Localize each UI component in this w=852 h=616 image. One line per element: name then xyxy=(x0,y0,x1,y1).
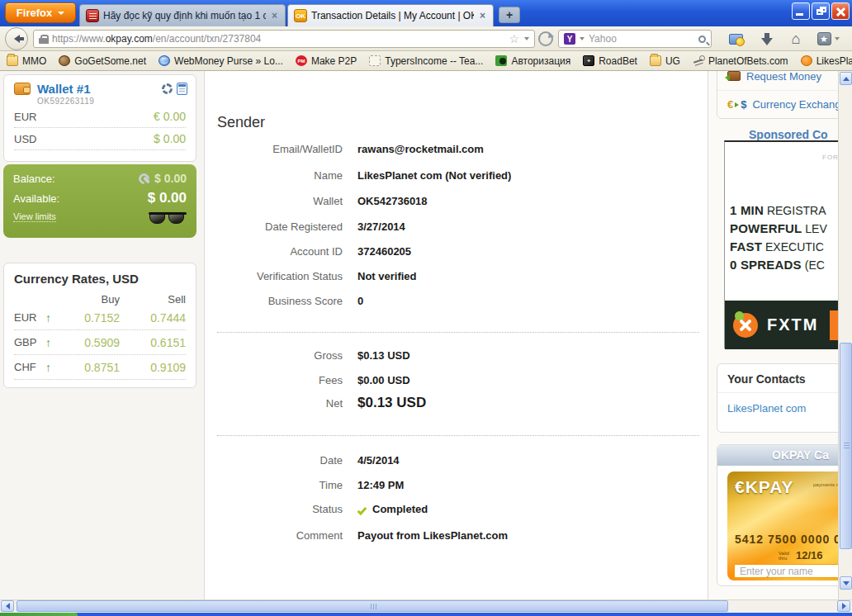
bookmark-likesplanet[interactable]: LikesPlanet.com | Clai... xyxy=(801,55,852,67)
titlebar: Firefox Hãy đọc kỹ quy định khi muốn tạo… xyxy=(0,0,852,26)
tab-forum-thread[interactable]: Hãy đọc kỹ quy định khi muốn tạo 1 chù .… xyxy=(79,4,286,26)
folder-icon xyxy=(650,55,661,66)
bookmark-gogetsome[interactable]: GoGetSome.net xyxy=(59,55,146,67)
gear-icon[interactable] xyxy=(162,83,173,94)
sender-wallet-row: Wallet OK542736018 xyxy=(217,192,699,209)
scroll-left-button[interactable] xyxy=(1,600,14,612)
coin-icon xyxy=(59,55,70,66)
bookmark-star-icon[interactable]: ☆ xyxy=(509,32,519,45)
close-button[interactable] xyxy=(831,2,850,20)
up-arrow-icon: ↑ xyxy=(45,311,64,325)
chevron-down-icon xyxy=(58,12,64,15)
tab-title: Transaction Details | My Account | OKPAY xyxy=(311,10,474,21)
balance-panel: Balance: $ 0.00 Available: $ 0.00 View l… xyxy=(3,164,196,238)
tab-transaction-details[interactable]: OK Transaction Details | My Account | OK… xyxy=(287,4,494,26)
restore-button[interactable] xyxy=(812,2,830,20)
ad-text-lines: 1 MIN REGISTRA POWERFUL LEV FAST EXECUTI… xyxy=(730,201,827,274)
status-badge: Completed xyxy=(372,503,428,515)
tab-close-icon[interactable]: × xyxy=(478,10,487,21)
currency-amount: $ 0.00 xyxy=(154,132,186,145)
chevron-down-icon xyxy=(835,37,840,40)
scroll-down-button[interactable] xyxy=(840,576,852,590)
view-limits-link[interactable]: View limits xyxy=(13,211,56,222)
person-icon xyxy=(693,55,704,66)
home-icon[interactable]: ⌂ xyxy=(786,30,806,48)
sender-date-registered-row: Date Registered 3/27/2014 xyxy=(217,218,699,235)
fxtm-brand-text: FXTM xyxy=(767,315,818,334)
check-icon xyxy=(357,505,367,514)
comment-row: Comment Payout from LikesPlanet.com xyxy=(217,527,699,543)
currency-rates-panel: Currency Rates, USD Buy Sell EUR ↑ 0.715… xyxy=(3,263,196,388)
calculator-icon[interactable] xyxy=(177,83,187,95)
up-arrow-icon: ↑ xyxy=(45,361,64,374)
new-tab-button[interactable]: + xyxy=(499,7,520,23)
scroll-up-button[interactable] xyxy=(840,72,852,85)
card-valid-thru: Valid thru 12/16 xyxy=(779,549,823,562)
currency-code: USD xyxy=(14,133,36,145)
chevron-down-icon[interactable] xyxy=(580,37,585,40)
wallet-account-number: OK592263119 xyxy=(37,97,196,106)
sponsored-heading: Sponsored Co xyxy=(749,128,838,141)
scroll-right-button[interactable] xyxy=(837,600,850,612)
firefox-menu-button[interactable]: Firefox xyxy=(5,2,76,23)
okpay-card-image: €KPAY payments made easy 5412 7500 0000 … xyxy=(727,471,852,580)
wrench-icon[interactable] xyxy=(138,173,150,185)
bookmarks-toolbar: MMO GoGetSome.net WebMoney Purse » Lo...… xyxy=(0,51,852,71)
search-engine-label: Yahoo xyxy=(589,33,694,45)
minimize-button[interactable] xyxy=(792,2,810,20)
request-money-icon xyxy=(727,71,741,81)
okpay-favicon-icon: OK xyxy=(294,9,307,22)
sender-business-score-row: Business Score 0 xyxy=(217,292,699,309)
url-bar[interactable]: https://www.okpay.com/en/account/txn/273… xyxy=(33,30,535,48)
contacts-title: Your Contacts xyxy=(717,364,852,393)
reload-button[interactable] xyxy=(538,31,553,46)
contact-link[interactable]: LikesPlanet com xyxy=(717,393,852,424)
currency-rates-title: Currency Rates, USD xyxy=(14,272,186,286)
window-controls xyxy=(792,2,850,20)
balance-value: $ 0.00 xyxy=(138,172,187,185)
globe-icon xyxy=(159,55,170,66)
fxtm-logo-icon xyxy=(733,313,758,338)
bookmark-avtorizacija[interactable]: Авторизация xyxy=(495,55,570,67)
bookmark-typersincome[interactable]: TypersIncome -- Tea... xyxy=(369,55,483,67)
vertical-scrollbar[interactable] xyxy=(838,71,852,599)
bookmark-folder-mmo[interactable]: MMO xyxy=(7,55,46,67)
ad-line: FAST EXECUTIC xyxy=(730,238,827,256)
start-button-edge[interactable] xyxy=(0,613,78,616)
downloads-icon[interactable] xyxy=(758,30,776,48)
browser-window: Firefox Hãy đọc kỹ quy định khi muốn tạo… xyxy=(0,0,852,616)
bookmark-roadbet[interactable]: ✦RoadBet xyxy=(583,55,637,67)
available-label: Available: xyxy=(13,192,59,205)
currency-exchange-link[interactable]: €$ Currency Exchange xyxy=(717,90,852,118)
bookmarks-menu-button[interactable]: ★ xyxy=(814,30,842,48)
ad-top-note: FOR xyxy=(822,154,839,161)
bookmark-makep2p[interactable]: PMMake P2P xyxy=(296,55,357,67)
placeholder-icon xyxy=(369,55,381,66)
wallet-icon xyxy=(14,83,31,95)
tab-title: Hãy đọc kỹ quy định khi muốn tạo 1 chù .… xyxy=(103,10,266,21)
your-contacts-panel: Your Contacts LikesPlanet com xyxy=(717,363,852,433)
tab-close-icon[interactable]: × xyxy=(270,10,279,21)
bookmark-planetofbets[interactable]: PlanetOfBets.com xyxy=(693,55,788,67)
wallet-title[interactable]: Wallet #1 xyxy=(37,82,90,96)
available-value: $ 0.00 xyxy=(148,190,187,206)
currency-code: EUR xyxy=(14,111,36,123)
horizontal-scrollbar-thumb[interactable] xyxy=(17,600,728,612)
search-bar[interactable]: Y Yahoo xyxy=(558,30,712,48)
currency-amount: € 0.00 xyxy=(154,110,186,123)
extension-icon[interactable] xyxy=(727,30,745,48)
section-divider xyxy=(217,435,699,436)
green-c-icon xyxy=(495,55,507,66)
ad-line: 0 SPREADS (EC xyxy=(730,256,827,274)
search-icon[interactable] xyxy=(698,36,706,43)
pm-icon: PM xyxy=(296,55,307,66)
back-button[interactable] xyxy=(5,27,28,50)
chevron-down-icon[interactable] xyxy=(524,37,529,40)
card-name-input[interactable] xyxy=(734,564,852,578)
sender-name-row: Name LikesPlanet com (Not verified) xyxy=(217,167,699,183)
bookmark-folder-ug[interactable]: UG xyxy=(650,55,680,67)
sponsored-ad[interactable]: FOR 1 MIN REGISTRA POWERFUL LEV FAST EXE… xyxy=(724,140,852,348)
bookmark-webmoney[interactable]: WebMoney Purse » Lo... xyxy=(159,55,283,67)
wallet-panel: Wallet #1 OK592263119 EUR € 0.00 USD $ 0… xyxy=(3,74,196,162)
vertical-scrollbar-thumb[interactable] xyxy=(840,343,852,549)
